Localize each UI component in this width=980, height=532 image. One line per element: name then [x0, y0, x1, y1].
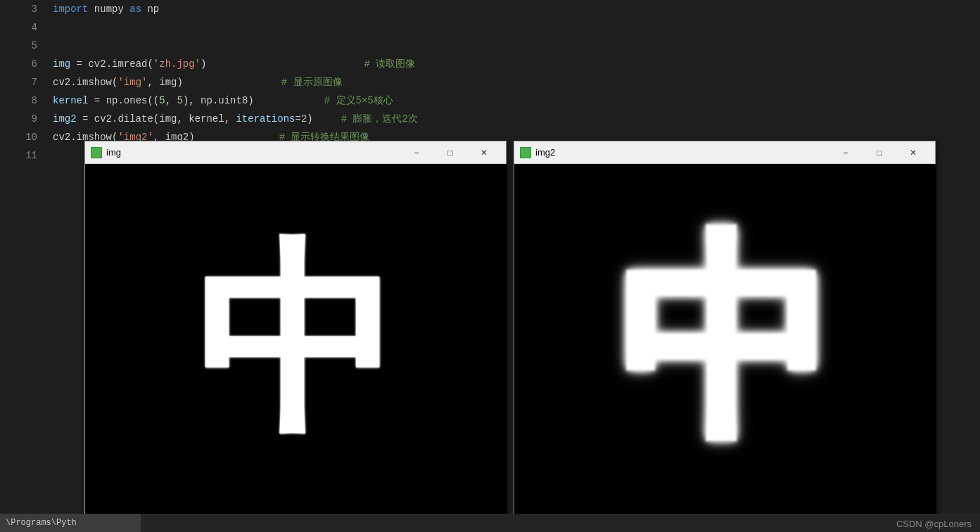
path-text: \Programs\Pyth [6, 518, 77, 528]
code-line-4 [46, 18, 980, 37]
cv-close-button[interactable]: ✕ [468, 144, 500, 162]
cv-app-icon-2 [520, 147, 531, 158]
cv-window-controls: − □ ✕ [400, 144, 500, 162]
cv-image-original: 中 [85, 164, 507, 521]
cv-titlebar-img: img − □ ✕ [85, 141, 506, 164]
cv-image-dilated: 中 [514, 164, 936, 521]
code-line-9: img2 = cv2.dilate(img, kernel, iteration… [46, 110, 980, 128]
chinese-char-original: 中 [194, 205, 398, 481]
line-numbers: 3 4 5 6 7 8 9 10 11 [0, 0, 46, 141]
keyword-import: import [53, 0, 88, 18]
status-path: \Programs\Pyth [0, 514, 141, 532]
code-line-3: import numpy as np [46, 0, 980, 18]
cv-minimize-button[interactable]: − [400, 144, 433, 162]
cv-maximize-button-2[interactable]: □ [863, 144, 896, 162]
code-line-5 [46, 37, 980, 55]
code-line-8: kernel = np.ones(( 5 , 5 ), np.uint8) # … [46, 91, 980, 110]
cv-app-icon [91, 147, 102, 158]
status-bar: \Programs\Pyth [0, 514, 980, 532]
cv-window-controls-2: − □ ✕ [829, 144, 929, 162]
cv-window-img2: img2 − □ ✕ 中 [514, 141, 936, 521]
cv-window-title-img: img [106, 147, 400, 158]
chinese-char-dilated: 中 [616, 196, 834, 490]
watermark: CSDN @cpLoners [896, 519, 972, 529]
cv-window-img: img − □ ✕ 中 [84, 141, 507, 521]
cv-titlebar-img2: img2 − □ ✕ [514, 141, 935, 164]
code-content: import numpy as np img = cv2.imread( 'zh… [46, 0, 980, 165]
cv-window-title-img2: img2 [535, 147, 829, 158]
keyword-as: as [129, 0, 141, 18]
cv-maximize-button[interactable]: □ [434, 144, 466, 162]
cv-close-button-2[interactable]: ✕ [897, 144, 929, 162]
cv-minimize-button-2[interactable]: − [829, 144, 862, 162]
code-line-7: cv2.imshow( 'img' , img) # 显示原图像 [46, 73, 980, 91]
code-line-6: img = cv2.imread( 'zh.jpg' ) # 读取图像 [46, 55, 980, 73]
